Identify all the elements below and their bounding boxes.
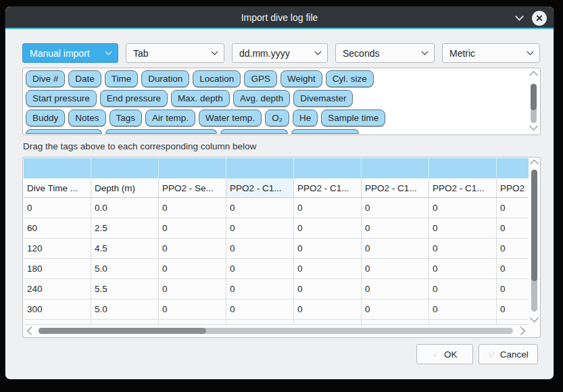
tag-avg-depth[interactable]: Avg. depth: [233, 90, 290, 107]
column-header-ppo2[interactable]: PPO2: [497, 178, 529, 198]
tag-cutoff[interactable]: [26, 129, 102, 134]
chevron-down-icon: [212, 49, 218, 55]
import-dialog-window: Import dive log file Manual importTabdd.…: [5, 7, 554, 379]
combo-date-format[interactable]: dd.mm.yyyy: [232, 43, 328, 63]
table-cell: 0: [362, 218, 429, 239]
tag-end-pressure[interactable]: End pressure: [100, 90, 168, 107]
combo-import-mode[interactable]: Manual import: [22, 43, 118, 63]
table-cell: 2.5: [91, 218, 159, 239]
scroll-up-icon[interactable]: [529, 71, 538, 80]
table-row: 2405.5000000: [24, 279, 529, 299]
tag-dive[interactable]: Dive #: [26, 70, 65, 87]
close-icon[interactable]: [532, 11, 547, 26]
table-cell: 0: [294, 239, 362, 259]
table-row: 00.0000000: [24, 198, 529, 218]
ok-button-label: OK: [444, 349, 458, 360]
table-cell: 0: [24, 198, 91, 218]
table-cell: 0: [429, 279, 497, 299]
tag-date[interactable]: Date: [68, 70, 101, 87]
tag-divemaster[interactable]: Divemaster: [293, 90, 353, 107]
table-cell: [159, 320, 226, 325]
scrollbar-thumb[interactable]: [39, 328, 206, 334]
drop-target-cell[interactable]: [159, 158, 226, 178]
drop-target-cell[interactable]: [24, 158, 91, 178]
scrollbar-thumb[interactable]: [531, 84, 537, 110]
tag-notes[interactable]: Notes: [68, 109, 105, 126]
combo-units-value: Metric: [449, 48, 475, 59]
tag-cutoff[interactable]: [220, 129, 288, 134]
table-cell: 0: [497, 259, 529, 279]
table-cell: [24, 320, 91, 325]
column-header-depth-m[interactable]: Depth (m): [91, 178, 159, 198]
drop-target-cell[interactable]: [362, 158, 429, 178]
tag-gps[interactable]: GPS: [244, 70, 277, 87]
column-header-ppo2-c1[interactable]: PPO2 - C1...: [362, 178, 429, 198]
window-title: Import dive log file: [241, 12, 318, 23]
table-cell: 0: [429, 218, 497, 239]
table-cell: 0: [226, 279, 294, 299]
table-cell: [429, 320, 497, 325]
table-cell: 0: [497, 279, 529, 299]
table-cell: 0: [226, 218, 294, 239]
combo-field-separator[interactable]: Tab: [126, 43, 224, 63]
cancel-button[interactable]: ⊘ Cancel: [479, 344, 538, 364]
drop-target-cell[interactable]: [497, 158, 529, 178]
tag-he[interactable]: He: [293, 109, 318, 126]
table-row: 1805.0000000: [24, 259, 529, 279]
table-cell: 0: [362, 279, 429, 299]
table-cell: [226, 320, 294, 325]
chevron-down-icon: [527, 49, 534, 55]
tag-cutoff[interactable]: [291, 129, 359, 134]
table-cell: 0: [159, 218, 226, 239]
column-header-ppo2-c1[interactable]: PPO2 - C1...: [226, 178, 294, 198]
tag-duration[interactable]: Duration: [141, 70, 189, 87]
chevron-down-icon[interactable]: [515, 12, 524, 21]
tags-vertical-scrollbar[interactable]: [529, 70, 539, 133]
table-cell: [497, 320, 529, 325]
table-horizontal-scrollbar[interactable]: [24, 325, 529, 337]
tag-weight[interactable]: Weight: [280, 70, 322, 87]
column-header-ppo2-c1[interactable]: PPO2 - C1...: [429, 178, 497, 198]
tag-water-temp[interactable]: Water temp.: [199, 109, 262, 126]
scroll-up-icon[interactable]: [530, 160, 539, 168]
tags-panel: Dive #DateTimeDurationLocationGPSWeightC…: [22, 68, 541, 135]
column-mapping-table: Dive Time ...Depth (m)PPO2 - Se...PPO2 -…: [22, 157, 541, 338]
column-header-ppo2-se[interactable]: PPO2 - Se...: [159, 178, 226, 198]
tag-time[interactable]: Time: [105, 70, 139, 87]
tag-sample-time[interactable]: Sample time: [321, 109, 385, 126]
table-header-row: Dive Time ...Depth (m)PPO2 - Se...PPO2 -…: [24, 178, 529, 198]
drop-target-cell[interactable]: [226, 158, 294, 178]
drop-target-cell[interactable]: [91, 158, 159, 178]
table-cell: 0: [226, 239, 294, 259]
tag-cutoff[interactable]: [105, 129, 217, 134]
table-cell: 180: [24, 259, 91, 279]
tag-start-pressure[interactable]: Start pressure: [26, 90, 97, 107]
table-cell: [294, 320, 362, 325]
drop-target-cell[interactable]: [429, 158, 497, 178]
titlebar[interactable]: Import dive log file: [5, 7, 554, 29]
tag-location[interactable]: Location: [193, 70, 241, 87]
scroll-right-icon[interactable]: [516, 326, 525, 335]
tag-o[interactable]: O₂: [265, 109, 289, 126]
table-cell: 0: [362, 259, 429, 279]
scroll-down-icon[interactable]: [530, 314, 539, 322]
table-cell: 0: [429, 259, 497, 279]
scroll-down-icon[interactable]: [529, 122, 538, 130]
tag-tags[interactable]: Tags: [109, 109, 143, 126]
table-cell: 0: [429, 239, 497, 259]
tag-air-temp[interactable]: Air temp.: [145, 109, 195, 126]
tag-cyl-size[interactable]: Cyl. size: [326, 70, 374, 87]
check-icon: ✓: [432, 349, 440, 360]
tag-max-depth[interactable]: Max. depth: [171, 90, 230, 107]
table-vertical-scrollbar[interactable]: [529, 158, 539, 325]
column-header-ppo2-c1[interactable]: PPO2 - C1...: [294, 178, 362, 198]
scroll-left-icon[interactable]: [27, 326, 36, 335]
ok-button[interactable]: ✓ OK: [416, 344, 473, 364]
column-header-dive-time[interactable]: Dive Time ...: [24, 178, 91, 198]
scrollbar-thumb[interactable]: [531, 170, 537, 281]
tag-buddy[interactable]: Buddy: [26, 109, 65, 126]
chevron-down-icon: [315, 49, 322, 55]
combo-duration-format[interactable]: Seconds: [335, 43, 435, 63]
combo-units[interactable]: Metric: [442, 43, 540, 63]
drop-target-cell[interactable]: [294, 158, 362, 178]
